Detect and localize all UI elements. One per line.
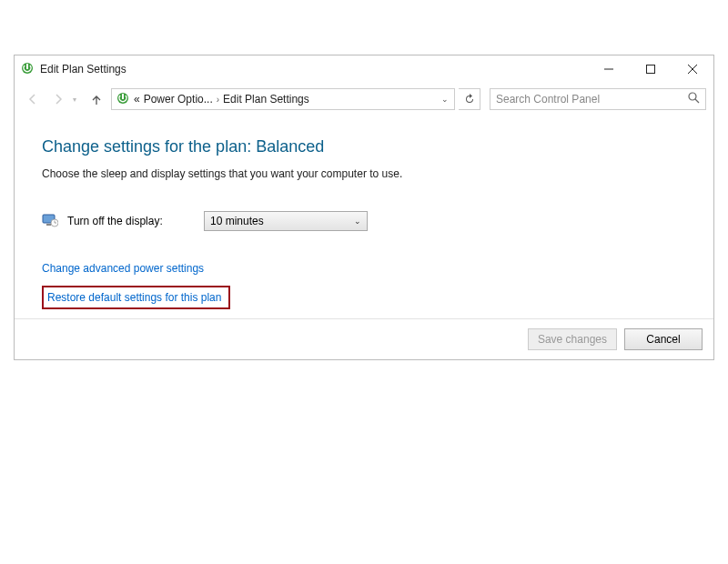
power-options-icon	[116, 91, 130, 108]
page-description: Choose the sleep and display settings th…	[42, 167, 686, 180]
breadcrumb-level1[interactable]: Power Optio...	[144, 93, 213, 106]
svg-line-9	[695, 99, 699, 103]
footer: Save changes Cancel	[15, 318, 713, 359]
display-icon	[42, 212, 58, 231]
back-button[interactable]	[22, 88, 44, 110]
turn-off-display-dropdown[interactable]: 10 minutes ⌄	[204, 211, 368, 231]
address-bar: ▾ « Power Optio... › Edit Plan Settings …	[15, 83, 713, 116]
window-title: Edit Plan Settings	[40, 63, 126, 76]
svg-point-8	[689, 93, 696, 100]
svg-rect-1	[26, 64, 28, 69]
close-button[interactable]	[672, 55, 713, 83]
dropdown-value: 10 minutes	[210, 215, 354, 227]
address-dropdown[interactable]: ⌄	[438, 95, 452, 104]
breadcrumb-level2[interactable]: Edit Plan Settings	[223, 93, 309, 106]
breadcrumb-root[interactable]: «	[134, 93, 140, 106]
up-button[interactable]	[86, 88, 107, 110]
svg-rect-3	[647, 65, 655, 74]
svg-rect-7	[122, 94, 124, 99]
refresh-button[interactable]	[459, 88, 480, 110]
maximize-button[interactable]	[630, 55, 672, 83]
page-title: Change settings for the plan: Balanced	[42, 137, 686, 156]
turn-off-display-label: Turn off the display:	[67, 215, 195, 227]
advanced-settings-link[interactable]: Change advanced power settings	[42, 262, 204, 275]
restore-defaults-link[interactable]: Restore default settings for this plan	[47, 291, 221, 304]
history-dropdown[interactable]: ▾	[73, 96, 82, 104]
cancel-button[interactable]: Cancel	[624, 328, 703, 350]
chevron-right-icon: ›	[217, 95, 219, 105]
svg-rect-11	[46, 224, 51, 226]
window-controls	[588, 55, 713, 83]
turn-off-display-row: Turn off the display: 10 minutes ⌄	[42, 211, 686, 231]
minimize-button[interactable]	[588, 55, 630, 83]
breadcrumb[interactable]: « Power Optio... › Edit Plan Settings ⌄	[111, 88, 455, 110]
content-area: Change settings for the plan: Balanced C…	[15, 116, 713, 318]
search-icon	[688, 92, 700, 106]
highlight-annotation: Restore default settings for this plan	[42, 286, 230, 309]
power-options-icon	[20, 61, 35, 78]
save-button[interactable]: Save changes	[528, 328, 617, 350]
search-input[interactable]	[496, 93, 688, 106]
title-bar: Edit Plan Settings	[15, 55, 713, 83]
forward-button[interactable]	[47, 88, 69, 110]
search-box[interactable]	[490, 88, 706, 110]
chevron-down-icon: ⌄	[354, 217, 361, 226]
control-panel-window: Edit Plan Settings ▾	[14, 55, 714, 360]
